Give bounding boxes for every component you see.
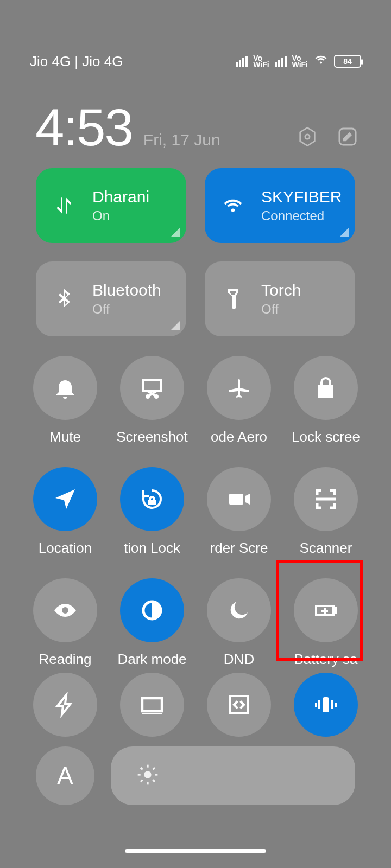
eye-icon[interactable]: [33, 578, 97, 642]
svg-point-7: [144, 771, 151, 778]
toggle-scan[interactable]: Scanner: [282, 467, 369, 557]
toggle-scissors[interactable]: Screenshot: [109, 356, 195, 445]
expand-corner[interactable]: [340, 228, 349, 237]
wifi-tile[interactable]: SKYFIBER Connected: [205, 168, 355, 243]
brightness-slider[interactable]: [111, 746, 355, 805]
wifi-icon: [313, 52, 329, 71]
status-bar: Jio 4G | Jio 4G VoWiFi VoWiFi 84: [30, 53, 361, 69]
vowifi-icon-2: VoWiFi: [292, 55, 308, 68]
svg-point-1: [305, 135, 310, 139]
toggle-label: ode Aero: [211, 429, 267, 445]
bolt-icon[interactable]: [33, 673, 97, 737]
toggle-label: tion Lock: [124, 540, 180, 557]
svg-marker-0: [300, 127, 315, 145]
toggle-bell[interactable]: Mute: [22, 356, 109, 445]
toggle-airplane[interactable]: ode Aero: [195, 356, 282, 445]
tile-title: Bluetooth: [92, 281, 161, 299]
toggle-label: Lock scree: [292, 429, 360, 445]
toggle-vibrate[interactable]: [282, 673, 369, 737]
auto-brightness-button[interactable]: A: [36, 746, 94, 805]
bluetooth-icon: [48, 287, 80, 311]
rotlock-icon[interactable]: [120, 467, 184, 531]
toggle-label: Location: [39, 540, 92, 557]
svg-line-15: [153, 768, 155, 770]
svg-rect-6: [323, 697, 329, 712]
toggle-bolt[interactable]: [22, 673, 109, 737]
toggle-eye[interactable]: Reading: [22, 578, 109, 668]
carrier-text: Jio 4G | Jio 4G: [30, 53, 123, 70]
home-indicator[interactable]: [125, 849, 266, 853]
brightness-icon: [137, 764, 159, 788]
toggle-label: rder Scre: [210, 540, 268, 557]
toggle-nav[interactable]: Location: [22, 467, 109, 557]
battery-indicator: 84: [334, 55, 361, 68]
svg-line-13: [153, 780, 155, 782]
torch-tile[interactable]: Torch Off: [205, 261, 355, 336]
airplane-icon[interactable]: [207, 356, 271, 420]
round-toggles-row4: [22, 673, 369, 737]
torch-icon: [217, 287, 249, 311]
vowifi-icon-1: VoWiFi: [253, 55, 269, 68]
toggle-label: Mute: [49, 429, 81, 445]
moon-icon[interactable]: [207, 578, 271, 642]
settings-icon[interactable]: [297, 126, 318, 148]
tile-subtitle: Off: [92, 302, 161, 317]
cast-icon[interactable]: [120, 673, 184, 737]
toggle-cast[interactable]: [109, 673, 195, 737]
signal-icon-2: [275, 56, 287, 67]
toggle-label: DND: [224, 651, 254, 668]
svg-point-3: [146, 394, 150, 399]
toggle-label: Screenshot: [116, 429, 188, 445]
lock-icon[interactable]: [294, 356, 358, 420]
signal-icon-1: [236, 56, 248, 67]
tile-subtitle: Connected: [261, 208, 342, 224]
highlight-battery-saver: [276, 560, 363, 661]
scan-icon[interactable]: [294, 467, 358, 531]
tile-title: SKYFIBER: [261, 188, 342, 206]
edit-icon[interactable]: [337, 126, 358, 148]
large-tiles: Dharani On SKYFIBER Connected Bluetooth …: [36, 168, 355, 336]
toggle-video[interactable]: rder Scre: [195, 467, 282, 557]
toggle-lock[interactable]: Lock scree: [282, 356, 369, 445]
expand-corner[interactable]: [171, 228, 180, 237]
toggle-darkmode[interactable]: Dark mode: [109, 578, 195, 668]
tile-subtitle: On: [92, 208, 149, 224]
window-icon[interactable]: [207, 673, 271, 737]
svg-line-14: [141, 780, 143, 782]
svg-point-4: [154, 394, 159, 399]
toggle-window[interactable]: [195, 673, 282, 737]
mobile-data-tile[interactable]: Dharani On: [36, 168, 186, 243]
tile-title: Dharani: [92, 188, 149, 206]
vibrate-icon[interactable]: [294, 673, 358, 737]
wifi-icon: [217, 194, 249, 218]
toggle-label: Dark mode: [117, 651, 186, 668]
clock-time: 4:53: [35, 98, 133, 157]
toggle-label: Scanner: [300, 540, 352, 557]
expand-corner[interactable]: [171, 321, 180, 330]
svg-line-12: [141, 768, 143, 770]
brightness-row: A: [36, 746, 355, 805]
toggle-label: Reading: [39, 651, 92, 668]
panel-header: 4:53 Fri, 17 Jun: [35, 98, 358, 157]
tile-subtitle: Off: [261, 302, 301, 317]
status-icons: VoWiFi VoWiFi 84: [236, 52, 361, 71]
toggle-rotlock[interactable]: tion Lock: [109, 467, 195, 557]
tile-title: Torch: [261, 281, 301, 299]
darkmode-icon[interactable]: [120, 578, 184, 642]
video-icon[interactable]: [207, 467, 271, 531]
nav-icon[interactable]: [33, 467, 97, 531]
toggle-moon[interactable]: DND: [195, 578, 282, 668]
bluetooth-tile[interactable]: Bluetooth Off: [36, 261, 186, 336]
data-icon: [48, 194, 80, 218]
scissors-icon[interactable]: [120, 356, 184, 420]
bell-icon[interactable]: [33, 356, 97, 420]
clock-date: Fri, 17 Jun: [143, 131, 220, 149]
